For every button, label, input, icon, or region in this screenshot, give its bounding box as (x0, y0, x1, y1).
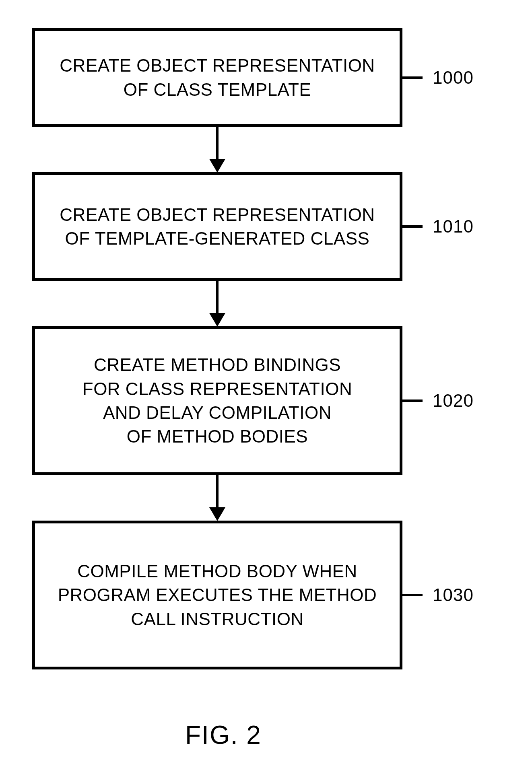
arrow-line-1 (216, 281, 219, 313)
label-tick-0 (402, 76, 423, 79)
label-tick-2 (402, 400, 423, 402)
step-text-0: CREATE OBJECT REPRESENTATION OF CLASS TE… (60, 54, 375, 101)
step-text-2: CREATE METHOD BINDINGS FOR CLASS REPRESE… (82, 353, 352, 449)
step-label-2: 1020 (433, 391, 474, 411)
flowchart-canvas: CREATE OBJECT REPRESENTATION OF CLASS TE… (0, 0, 532, 764)
arrow-line-0 (216, 127, 219, 159)
label-tick-3 (402, 594, 423, 596)
arrow-line-2 (216, 475, 219, 507)
label-tick-1 (402, 225, 423, 228)
arrow-head-0 (209, 159, 225, 173)
arrow-head-2 (209, 507, 225, 521)
step-box-0: CREATE OBJECT REPRESENTATION OF CLASS TE… (32, 28, 402, 127)
step-text-3: COMPILE METHOD BODY WHEN PROGRAM EXECUTE… (58, 559, 377, 631)
step-box-3: COMPILE METHOD BODY WHEN PROGRAM EXECUTE… (32, 521, 402, 669)
step-box-1: CREATE OBJECT REPRESENTATION OF TEMPLATE… (32, 172, 402, 281)
step-label-3: 1030 (433, 585, 474, 605)
step-label-1: 1010 (433, 216, 474, 237)
figure-caption: FIG. 2 (185, 720, 262, 750)
step-box-2: CREATE METHOD BINDINGS FOR CLASS REPRESE… (32, 326, 402, 475)
arrow-head-1 (209, 313, 225, 327)
step-label-0: 1000 (433, 68, 474, 88)
step-text-1: CREATE OBJECT REPRESENTATION OF TEMPLATE… (60, 203, 375, 251)
